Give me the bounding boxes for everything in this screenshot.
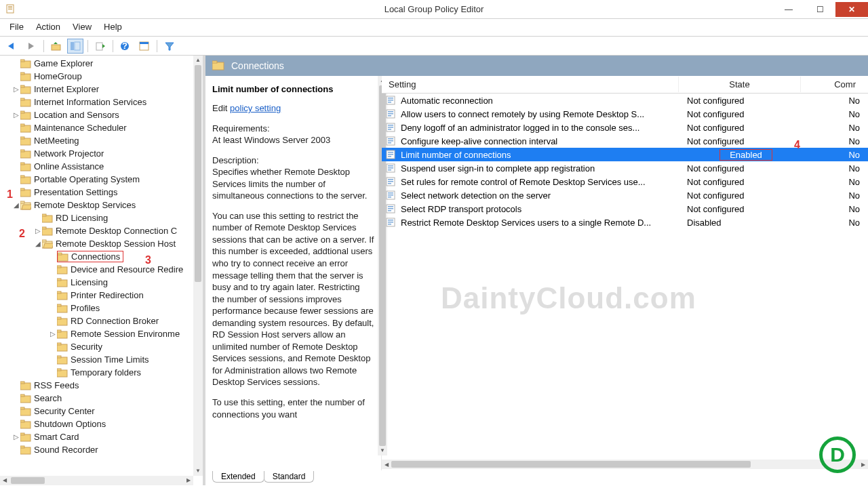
grid-row[interactable]: Deny logoff of an administrator logged i… <box>382 121 868 134</box>
grid-row[interactable]: Automatic reconnectionNot configuredNo <box>382 94 868 107</box>
tree-item-label: RD Connection Broker <box>71 316 159 326</box>
expand-icon[interactable]: ▷ <box>12 433 20 441</box>
svg-rect-110 <box>388 183 391 184</box>
svg-rect-52 <box>57 266 61 268</box>
folder-icon <box>57 278 68 287</box>
show-tree-button[interactable] <box>67 39 83 54</box>
tree-item[interactable]: Temporary folders <box>0 366 193 379</box>
expand-icon[interactable]: ▷ <box>12 85 20 93</box>
tree-item[interactable]: Network Projector <box>0 147 193 160</box>
col-comment[interactable]: Comr <box>801 77 868 92</box>
tree-item[interactable]: Maintenance Scheduler <box>0 121 193 134</box>
properties-button[interactable] <box>136 39 153 54</box>
tree-item[interactable]: NetMeeting <box>0 134 193 147</box>
grid-row[interactable]: Allow users to connect remotely by using… <box>382 107 868 121</box>
tab-extended[interactable]: Extended <box>212 471 264 483</box>
maximize-button[interactable]: ☐ <box>804 2 835 17</box>
svg-rect-117 <box>388 208 393 209</box>
titlebar: Local Group Policy Editor — ☐ ✕ <box>0 0 868 19</box>
cell-setting: Limit number of connections <box>401 150 683 160</box>
cell-setting: Automatic reconnection <box>401 96 683 106</box>
tree-item[interactable]: Game Explorer <box>0 57 193 70</box>
filter-icon[interactable] <box>161 39 178 54</box>
up-button[interactable] <box>48 39 64 54</box>
cell-setting: Configure keep-alive connection interval <box>401 136 683 146</box>
back-button[interactable] <box>4 39 20 54</box>
tree-item[interactable]: ◢Remote Desktop Session Host <box>0 237 193 250</box>
tree-item[interactable]: Connections <box>0 250 193 263</box>
tree-item[interactable]: ▷Remote Session Environme <box>0 327 193 340</box>
menu-action[interactable]: Action <box>36 22 60 32</box>
export-button[interactable] <box>92 39 108 54</box>
policy-setting-link[interactable]: policy setting <box>230 103 281 113</box>
tree[interactable]: Game ExplorerHomeGroup▷Internet Explorer… <box>0 56 193 476</box>
grid-hscroll[interactable]: ◀▶ <box>382 460 868 469</box>
grid-header[interactable]: Setting State Comr <box>382 76 868 94</box>
tree-item[interactable]: ▷Internet Explorer <box>0 83 193 96</box>
tree-item[interactable]: ▷Smart Card <box>0 430 193 443</box>
tree-item[interactable]: Sound Recorder <box>0 443 193 456</box>
grid-row[interactable]: Suspend user sign-in to complete app reg… <box>382 161 868 175</box>
forward-button[interactable] <box>23 39 39 54</box>
svg-rect-20 <box>20 73 24 75</box>
expand-icon[interactable]: ◢ <box>34 240 42 247</box>
expand-icon[interactable]: ▷ <box>12 111 20 119</box>
tree-item[interactable]: Licensing <box>0 276 193 289</box>
tree-item[interactable]: RD Licensing <box>0 211 193 224</box>
svg-marker-41 <box>22 205 31 209</box>
tree-item-label: Sound Recorder <box>34 445 98 455</box>
tree-item[interactable]: Presentation Settings <box>0 186 193 199</box>
grid-row[interactable]: Select network detection on the serverNo… <box>382 188 868 202</box>
tree-item[interactable]: ◢Remote Desktop Services <box>0 199 193 211</box>
minimize-button[interactable]: — <box>773 2 804 17</box>
tree-item-label: Network Projector <box>34 148 104 159</box>
tree-item[interactable]: Device and Resource Redire <box>0 263 193 276</box>
tree-item[interactable]: HomeGroup <box>0 70 193 83</box>
close-button[interactable]: ✕ <box>835 2 868 17</box>
tree-item[interactable]: ▷Remote Desktop Connection C <box>0 224 193 237</box>
requirements-label: Requirements: <box>212 123 270 134</box>
tree-item[interactable]: Online Assistance <box>0 160 193 173</box>
svg-rect-72 <box>20 394 24 396</box>
tree-item[interactable]: Session Time Limits <box>0 353 193 366</box>
folder-icon <box>20 394 31 403</box>
tree-item[interactable]: ▷Location and Sensors <box>0 108 193 121</box>
grid-row[interactable]: Select RDP transport protocolsNot config… <box>382 202 868 216</box>
svg-rect-10 <box>96 43 102 50</box>
cell-setting: Deny logoff of an administrator logged i… <box>401 123 683 133</box>
tree-item[interactable]: Shutdown Options <box>0 418 193 430</box>
cell-state: Not configured <box>683 109 805 119</box>
right-pane: Connections Limit number of connections … <box>205 56 868 485</box>
tree-item[interactable]: Profiles <box>0 302 193 314</box>
tree-item[interactable]: Internet Information Services <box>0 96 193 108</box>
tree-item-label: Printer Redirection <box>71 290 144 300</box>
grid-row[interactable]: Set rules for remote control of Remote D… <box>382 175 868 188</box>
menu-file[interactable]: File <box>9 22 24 32</box>
tree-vscroll[interactable]: ▲▼ <box>193 56 203 476</box>
tree-item[interactable]: RSS Feeds <box>0 379 193 392</box>
tree-item[interactable]: Printer Redirection <box>0 289 193 302</box>
tree-item[interactable]: Security Center <box>0 405 193 418</box>
expand-icon[interactable]: ◢ <box>12 201 20 209</box>
svg-rect-6 <box>52 45 60 50</box>
tree-hscroll[interactable]: ◀▶ <box>0 476 193 485</box>
svg-rect-120 <box>388 220 393 221</box>
grid-row[interactable]: Restrict Remote Desktop Services users t… <box>382 216 868 229</box>
svg-rect-97 <box>388 140 393 142</box>
window-title: Local Group Policy Editor <box>384 4 484 14</box>
col-setting[interactable]: Setting <box>382 77 679 92</box>
tab-standard[interactable]: Standard <box>264 471 315 483</box>
svg-rect-62 <box>57 330 61 332</box>
folder-icon <box>42 239 53 249</box>
menu-help[interactable]: Help <box>104 22 122 32</box>
tree-item[interactable]: Security <box>0 340 193 353</box>
col-state[interactable]: State <box>679 77 801 92</box>
menu-view[interactable]: View <box>73 22 92 32</box>
expand-icon[interactable]: ▷ <box>34 227 42 235</box>
help-icon[interactable]: ? <box>117 39 134 54</box>
tree-item[interactable]: Portable Operating System <box>0 173 193 186</box>
expand-icon[interactable]: ▷ <box>49 330 57 338</box>
tree-item[interactable]: RD Connection Broker <box>0 314 193 327</box>
tree-item-label: Game Explorer <box>34 58 93 68</box>
tree-item[interactable]: Search <box>0 392 193 405</box>
